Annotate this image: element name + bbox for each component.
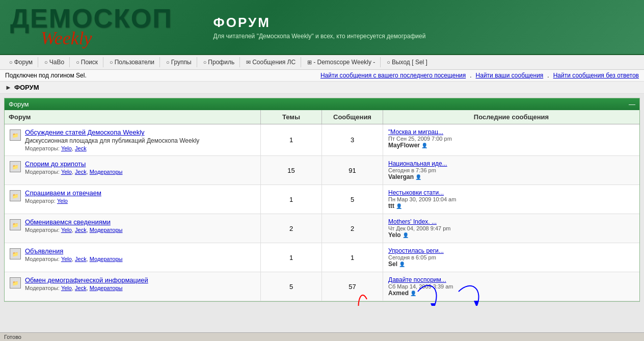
nav-demoscope-label: - Demoscope Weekly - <box>313 59 375 66</box>
info-bar: Подключен под логином Sel. Найти сообщен… <box>0 70 644 82</box>
forum-title-link[interactable]: Обмениваемся сведениями <box>25 218 111 226</box>
mod-link[interactable]: Jeck <box>75 227 87 233</box>
mod-link[interactable]: Jeck <box>75 169 87 175</box>
forum-cell-messages: 1 <box>322 243 383 272</box>
last-post: "Москва и мигрaц... Пт Сен 25, 2009 7:00… <box>388 128 634 149</box>
nav-faq[interactable]: ○ ЧаВо <box>39 57 70 67</box>
profile-icon: ○ <box>203 59 207 65</box>
forum-cell-info: 📁 Обсуждение статей Демоскопа Weekly Дис… <box>5 124 261 155</box>
forum-icon: ○ <box>9 59 13 65</box>
mod-link[interactable]: Yelo <box>57 198 68 204</box>
last-post-title[interactable]: Mothers' Index. ... <box>388 218 437 225</box>
forum-cell-lastpost: Mothers' Index. ... Чт Дек 04, 2008 9:47… <box>383 214 639 243</box>
mod-link[interactable]: Jeck <box>75 145 87 151</box>
forum-header-label: Форум <box>9 100 29 108</box>
breadcrumb-arrow: ► <box>5 84 12 91</box>
link-my-posts[interactable]: Найти ваши сообщения <box>476 72 544 79</box>
nav-search-label: Поиск <box>81 59 98 66</box>
col-messages: Сообщения <box>322 110 383 124</box>
user-profile-icon: 👤 <box>399 261 405 267</box>
last-post-user-link[interactable]: Yelo <box>388 231 401 239</box>
forum-moderators: Модераторы: Yelo, Jeck, Модераторы <box>25 227 123 233</box>
forum-folder-icon: 📁 <box>10 277 21 288</box>
mod-link[interactable]: Yelo <box>61 256 72 262</box>
site-logo: ДЕМОСКОП Weekly <box>10 5 173 49</box>
nav-logout[interactable]: ○ Выход [ Sel ] <box>382 57 433 67</box>
forum-cell-lastpost: Упростилась реги... Сегодня в 6:05 pm Se… <box>383 243 639 272</box>
last-post-user-link[interactable]: Valergan <box>388 173 414 180</box>
nav-groups-label: Группы <box>171 59 192 66</box>
main-navbar: ○ Форум ○ ЧаВо ○ Поиск ○ Пользователи ○ … <box>0 55 644 70</box>
last-post-title[interactable]: "Москва и мигрaц... <box>388 128 443 136</box>
last-post: Давайте поспорим... Сб Мар 14, 2009 3:39… <box>388 276 634 297</box>
last-post: Нестыковки стати... Пн Мар 30, 2009 10:0… <box>388 189 634 209</box>
forum-cell-lastpost: Нестыковки стати... Пн Мар 30, 2009 10:0… <box>383 185 639 214</box>
user-profile-icon: 👤 <box>410 291 416 296</box>
nav-demoscope[interactable]: ⊞ - Demoscope Weekly - <box>302 57 381 67</box>
nav-messages-label: Сообщения ЛС <box>252 59 296 66</box>
forum-title-link[interactable]: Обмен демографической информацией <box>25 276 148 284</box>
forum-minimize-button[interactable]: — <box>629 100 635 108</box>
forum-title-link[interactable]: Спорим до хрипоты <box>25 160 86 168</box>
last-post-title[interactable]: Упростилась реги... <box>388 247 444 254</box>
link-no-reply[interactable]: Найти сообщения без ответов <box>553 72 639 79</box>
last-post-title[interactable]: Давайте поспорим... <box>388 276 446 283</box>
forum-title-link[interactable]: Обсуждение статей Демоскопа Weekly <box>25 128 145 136</box>
search-icon: ○ <box>76 59 79 65</box>
forum-cell-lastpost: "Москва и мигрaц... Пт Сен 25, 2009 7:00… <box>383 124 639 155</box>
forum-cell-messages: 2 <box>322 214 383 243</box>
last-post-user-link[interactable]: Axmed <box>388 290 409 297</box>
user-profile-icon: 👤 <box>415 174 421 180</box>
mod-link[interactable]: Jeck <box>75 256 87 262</box>
mod-link[interactable]: Jeck <box>75 285 87 291</box>
mod-link[interactable]: Модераторы <box>90 285 123 291</box>
forum-cell-info: 📁 Обмен демографической информацией Моде… <box>5 272 261 301</box>
link-last-visit[interactable]: Найти сообщения с вашего последнего посе… <box>320 72 466 79</box>
forum-cell-topics: 15 <box>261 156 322 185</box>
mod-link[interactable]: Модераторы <box>90 227 123 233</box>
nav-users[interactable]: ○ Пользователи <box>104 57 160 67</box>
nav-messages[interactable]: ✉ Сообщения ЛС <box>241 57 301 67</box>
last-post-title[interactable]: Нестыковки стати... <box>388 189 444 196</box>
forum-folder-icon: 📁 <box>10 219 21 230</box>
nav-forum[interactable]: ○ Форум <box>4 57 38 67</box>
last-post-user: Sel 👤 <box>388 260 634 268</box>
table-row: 📁 Обмениваемся сведениями Модераторы: Ye… <box>5 214 639 243</box>
last-post-time: Сб Мар 14, 2009 3:39 am <box>388 283 634 290</box>
nav-groups[interactable]: ○ Группы <box>161 57 197 67</box>
forum-title-link[interactable]: Спрашиваем и отвечаем <box>25 189 101 197</box>
forum-title-link[interactable]: Объявления <box>25 247 63 255</box>
last-post-time: Сегодня в 7:36 pm <box>388 167 634 173</box>
forum-cell-messages: 3 <box>322 124 383 155</box>
forum-cell-info: 📁 Обмениваемся сведениями Модераторы: Ye… <box>5 214 261 243</box>
last-post-time: Пн Мар 30, 2009 10:04 am <box>388 196 634 202</box>
mod-link[interactable]: Yelo <box>61 227 72 233</box>
forum-info: 📁 Обмениваемся сведениями Модераторы: Ye… <box>10 218 255 233</box>
forum-cell-topics: 2 <box>261 214 322 243</box>
forum-moderators: Модератор: Yelo <box>25 198 101 204</box>
forum-cell-info: 📁 Объявления Модераторы: Yelo, Jeck, Мод… <box>5 243 261 272</box>
table-row: 📁 Обсуждение статей Демоскопа Weekly Дис… <box>5 124 639 156</box>
logout-icon: ○ <box>387 59 390 65</box>
mod-link[interactable]: Yelo <box>61 285 72 291</box>
last-post-user-link[interactable]: Sel <box>388 260 397 268</box>
nav-users-label: Пользователи <box>115 59 154 66</box>
last-post-user: Valergan 👤 <box>388 173 634 180</box>
mod-link[interactable]: Модераторы <box>90 169 123 175</box>
nav-search[interactable]: ○ Поиск <box>71 57 103 67</box>
forum-title: ФОРУМ <box>213 15 426 31</box>
mod-link[interactable]: Модераторы <box>90 256 123 262</box>
nav-profile[interactable]: ○ Профиль <box>198 57 240 67</box>
last-post-user-link[interactable]: MayFlower <box>388 142 420 149</box>
info-links: Найти сообщения с вашего последнего посе… <box>320 72 639 79</box>
last-post-user-link[interactable]: ttt <box>388 202 394 209</box>
forum-cell-info: 📁 Спрашиваем и отвечаем Модератор: Yelo <box>5 185 261 214</box>
last-post-title[interactable]: Национальная иде... <box>388 160 447 167</box>
column-headers: Форум Темы Сообщения Последние сообщения <box>5 110 639 124</box>
logged-as-text: Подключен под логином Sel. <box>5 72 87 79</box>
forum-moderators: Модераторы: Yelo, Jeck, Модераторы <box>25 256 123 262</box>
mod-link[interactable]: Yelo <box>61 169 72 175</box>
nav-logout-label: Выход [ Sel ] <box>392 59 427 66</box>
mod-link[interactable]: Yelo <box>61 145 72 151</box>
col-forum: Форум <box>5 110 261 124</box>
